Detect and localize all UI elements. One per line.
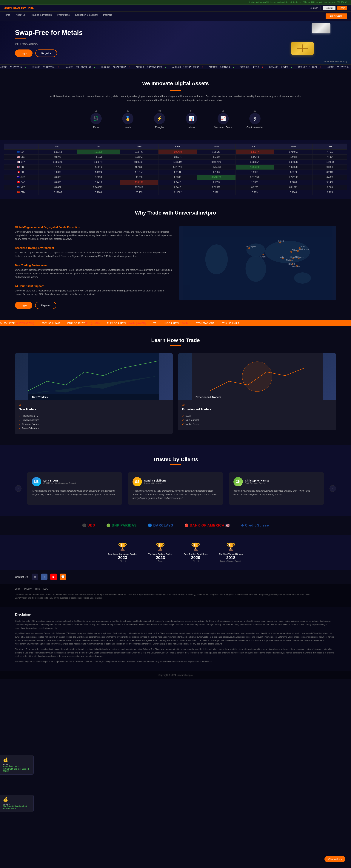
list-item: Trading Analyses [19,418,169,422]
exp-traders-list: MAM MultiTerminal Market News [182,414,332,426]
innovate-underline [170,90,181,91]
svg-text:Russia: Russia [278,240,284,242]
svg-text:Experienced Traders: Experienced Traders [196,396,221,399]
exp-traders-title: Experienced Traders [182,408,332,411]
feature-energies: 03 ⚡ Energies [147,110,172,129]
feature-metals: 02 🥇 Metals [116,110,140,129]
hero-register-button[interactable]: Register [35,50,57,57]
nav-about[interactable]: About us [16,13,25,19]
chart-bg-2: Experienced Traders [178,353,336,400]
bank-bnp: 🟢 BNP PARIBAS [106,523,137,527]
nav-promotions[interactable]: Promotions [57,13,70,19]
reason-title: Seamless Trading Environment [15,246,172,249]
login-top-button[interactable]: Login [338,6,347,10]
bank-ubs: ⚫ UBS [82,523,95,527]
learn-title: Learn How to Trade [15,337,336,343]
disclaimer-p3: Disclaimer: There are risks associated w… [15,648,336,658]
ticker-item: AUDNZD 1.07187/1.07202 ▼ [172,66,203,68]
email-icon[interactable]: ✉ [32,574,38,580]
bank-bofa: 🔴 BANK OF AMERICA 🇺🇸 [184,523,230,527]
reason-title: Best Trading Environment [15,264,172,267]
col-header-gbp: GBP [120,144,158,149]
svg-point-34 [242,362,272,392]
table-row: 🇳🇿 NZD 0.8472 0.9466791 137.312 0.6413 0… [4,185,347,190]
testimonials-section: Trusted by Clients ‹ LB Lora Brown Gold … [0,445,351,516]
testimonials-underline [170,464,181,465]
why-content: Global-Regulation and Segregated Funds P… [15,226,336,309]
chat-icon[interactable]: 💬 [60,574,66,580]
youtube-icon[interactable]: ▶ [50,574,57,580]
footer-link-legal[interactable]: Legal [15,588,20,590]
footer-link-risk[interactable]: Risk [35,588,40,590]
learn-cards: New Traders 01 New Traders Trading Web T… [15,353,336,434]
disclaimer-title: Disclaimer [15,613,336,617]
features-grid: 01 💱 Forex 02 🥇 Metals 03 ⚡ Energies 04 … [15,110,336,129]
svg-text:Philippines: Philippines [295,256,304,258]
facebook-icon[interactable]: f [41,574,48,580]
col-header-cad: CAD [235,144,274,149]
nav-trading[interactable]: Trading & Products [31,13,52,19]
svg-text:Thailand: Thailand [286,259,293,261]
list-item: Trading Web TV [19,414,169,418]
footer-link-privacy[interactable]: Privacy [24,588,31,590]
reason-best-env: Best Trading Environment Our company pro… [15,264,172,279]
nav-home[interactable]: Home [4,13,10,19]
nav-education[interactable]: Education & Support [75,13,97,19]
disclaimer-p1: Gentle Reminder: All transactions execut… [15,619,336,630]
ticker-item: XAUUSD 2024.66/2024.76 ▲ [65,66,96,68]
support-button[interactable]: Support [308,6,321,10]
ticker-inner: USDUS 72.422/72.45 ▲ XAUUSD 22.493/22.51… [0,66,351,68]
svg-rect-30 [28,353,159,400]
reason-title: Global-Regulation and Segregated Funds P… [15,226,172,229]
reason-title: 24-Hour Client Support [15,284,172,287]
footer-link-esg[interactable]: ESG [43,588,48,590]
svg-point-3 [245,256,266,282]
list-item: MultiTerminal [182,418,332,422]
ticker2: 1/USD 1.07771 -1.00174 (-0.01%) BTC/USD … [0,320,351,326]
reason-desc: Universalinvtpro is regulated by multipl… [15,230,172,241]
table-row: 🇨🇳 CNY 0.12865 0.1289 20.409 0.11082 0.1… [4,190,347,195]
innovate-title: We Innovate Digital Assets [15,81,336,87]
award-2: 🏆 The Most Praised Broker 2023 Axiom [148,542,173,562]
list-item: MAM [182,414,332,418]
testimonial-lora: LB Lora Brown Gold Momentum Customer Sup… [27,472,122,505]
ticker2-inner: 1/USD 1.07771 -1.00174 (-0.01%) BTC/USD … [0,322,239,325]
col-header-jpy: JPY [77,144,120,149]
next-arrow[interactable]: › [329,485,336,492]
register-nav-button[interactable]: REGISTER [326,13,347,19]
learn-section: Learn How to Trade New Traders 01 New Tr… [0,326,351,445]
col-header-usd: USD [38,144,77,149]
why-register-button[interactable]: Register [35,302,56,309]
svg-point-4 [205,244,228,274]
ticker-item: USDUS 72.422/72.45 ▲ [327,66,351,68]
why-trade-title: Why Trade with Universalinvtpro [15,210,336,216]
svg-text:New Traders: New Traders [32,396,48,399]
register-top-button[interactable]: Register [323,6,335,10]
ticker-item: GBP/USD 1.25420 ▲ [269,66,293,68]
prev-arrow[interactable]: ‹ [15,485,22,492]
experienced-traders-content: 02 Experienced Traders MAM MultiTerminal… [178,400,336,430]
why-reasons: Global-Regulation and Segregated Funds P… [15,226,172,309]
experienced-traders-image: Experienced Traders [178,353,336,400]
svg-text:South Korea: South Korea [298,248,309,250]
svg-rect-31 [28,394,159,400]
ticker-item: XAUUSD 22.493/22.51 ▼ [32,66,59,68]
learn-card-exp: Experienced Traders 02 Experienced Trade… [178,353,336,434]
svg-text:Cyprus: Cyprus [261,256,266,258]
testimonials-grid: ‹ LB Lora Brown Gold Momentum Customer S… [15,472,336,505]
svg-text:United Kingdom: United Kingdom [244,246,257,248]
map-svg: United Kingdom Russia China South Korea … [179,226,336,301]
innovate-desc: At Universalinvtpro, We invest to create… [45,94,306,102]
nav-partners[interactable]: Partners [103,13,112,19]
svg-text:Japan: Japan [300,246,305,248]
table-row: 🇨🇦 CAD 0.6870 0.7410 110.182 0.6413 1.13… [4,180,347,185]
why-login-button[interactable]: Login [15,302,32,309]
logo-text: UNIVERSALINVTPRO [4,6,34,9]
table-row: 🇦🇺 AUD 0.6025 0.6699 99.638 0.5339 0.584… [4,175,347,180]
hero-login-button[interactable]: Login [15,50,32,57]
copyright-text: Copyright © 2024 Universalinvtpro [158,674,193,676]
award-4: 🏆 The Most Trusted Broker 2018 London Fi… [219,542,243,562]
ticker-item: AUDCHF 0.87260/0.87738 ▲ [136,66,167,68]
col-header-aud: AUD [197,144,235,149]
why-buttons: Login Register [15,302,172,309]
